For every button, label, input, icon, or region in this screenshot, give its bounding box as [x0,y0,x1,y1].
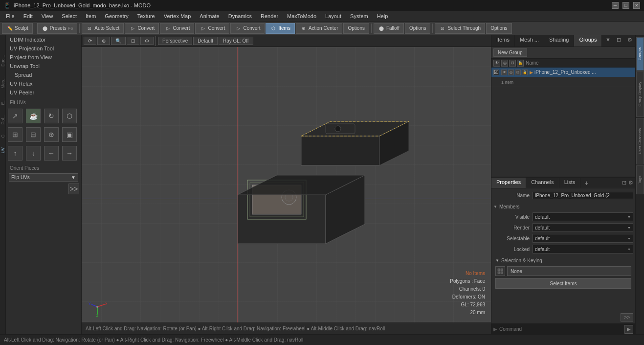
tab-lists[interactable]: Lists [559,178,581,188]
tool-btn-3[interactable]: ↻ [44,109,59,123]
close-button[interactable]: ✕ [633,2,640,9]
tags-side-tab[interactable]: Tags [636,165,644,194]
unwrap-tool[interactable]: Unwrap Tool [6,62,81,70]
project-from-view[interactable]: Project from View [6,53,81,62]
tool-btn-11[interactable]: ← [44,146,59,161]
render-mode-dropdown[interactable]: Default [193,37,218,45]
menu-animate[interactable]: Animate [196,12,223,20]
viewport-canvas[interactable]: No Items Polygons : Face Channels: 0 Def… [82,47,491,322]
lock-icon[interactable]: 🔒 [517,60,524,67]
tab-add[interactable]: + [580,178,592,188]
menu-system[interactable]: System [346,12,372,20]
vp-fit-btn[interactable]: ⊡ [127,37,139,45]
props-expand-button[interactable]: >> [621,313,633,322]
tool-btn-5[interactable]: ⊞ [8,127,22,142]
locked-dropdown[interactable]: default [533,245,633,253]
vp-pan-btn[interactable]: ⊕ [97,37,110,45]
convert4-button[interactable]: ▷ Convert [230,23,265,34]
render-icon[interactable]: ◎ [501,60,508,67]
item-lock-icon[interactable]: 🔒 [522,69,528,75]
ray-gl-btn[interactable]: Ray GL: Off [219,37,253,45]
options1-button[interactable]: Options [343,23,369,34]
presets-button[interactable]: ⬤ Presets F6 [37,23,77,34]
menu-select[interactable]: Select [58,12,81,20]
vp-zoom-btn[interactable]: 🔍 [111,37,126,45]
menu-texture[interactable]: Texture [133,12,159,20]
item-render-icon[interactable]: ◎ [508,69,514,75]
spread[interactable]: Spread [6,70,81,79]
tool-btn-4[interactable]: ⬡ [62,109,77,123]
tool-btn-12[interactable]: → [62,146,77,161]
select-items-button[interactable]: Select Items [495,278,631,289]
tool-btn-6[interactable]: ⊟ [26,127,41,142]
item-vis-icon[interactable]: 👁 [501,69,507,75]
tab-mesh[interactable]: Mesh ... [515,35,544,46]
tool-btn-10[interactable]: ↓ [26,146,41,161]
new-group-button[interactable]: New Group [493,48,527,57]
item-sel-icon[interactable]: ⊡ [515,69,521,75]
props-settings-icon[interactable]: ⚙ [628,180,633,186]
none-button[interactable]: None [507,266,631,276]
tab-properties[interactable]: Properties [491,178,526,188]
menu-maxtomodo[interactable]: MaxToModo [283,12,320,20]
convert2-button[interactable]: ▷ Convert [160,23,194,34]
tab-shading[interactable]: Shading [544,35,574,46]
falloff-button[interactable]: ⬤ Falloff [374,23,404,34]
user-channels-side-tab[interactable]: User Channels [636,118,644,164]
name-field[interactable]: iPhone_12_Pro_Unboxed_Gold (2 [533,192,633,199]
menu-geometry[interactable]: Geometry [101,12,132,20]
visible-dropdown[interactable]: default [533,212,633,221]
menu-item[interactable]: Item [82,12,100,20]
expand-button[interactable]: >> [68,184,79,194]
tab-more[interactable]: ▼ [602,35,614,46]
minimize-button[interactable]: ─ [612,2,619,9]
selectable-dropdown[interactable]: default [533,234,633,243]
select-through-button[interactable]: ⊡ Select Through [435,23,485,34]
menu-help[interactable]: Help [373,12,392,20]
options2-button[interactable]: Options [405,23,430,34]
sculpt-button[interactable]: ✏️ Sculpt [2,23,33,34]
members-section[interactable]: Members [493,202,633,211]
menu-dynamics[interactable]: Dynamics [224,12,256,20]
vp-rotate-btn[interactable]: ⟳ [84,37,96,45]
tab-items[interactable]: Items [491,35,515,46]
viewport[interactable]: ⟳ ⊕ 🔍 ⊡ ⚙ Perspective Default Ray GL: Of… [82,35,491,334]
groups-side-tab[interactable]: Groups [636,37,644,70]
tab-groups[interactable]: Groups [574,35,602,46]
panel-expand[interactable]: ⊡ [614,35,624,46]
udim-indicator[interactable]: UDIM Indicator [6,35,81,44]
sel-keying-header[interactable]: Selection & Keying [495,258,631,263]
action-center-button[interactable]: ⊕ Action Center [296,23,343,34]
tool-btn-7[interactable]: ⊕ [44,127,59,142]
menu-vertex-map[interactable]: Vertex Map [160,12,195,20]
command-go-button[interactable]: ▶ [624,325,633,334]
select-icon[interactable]: ⊡ [509,60,516,67]
uv-peeler[interactable]: UV Peeler [6,88,81,97]
menu-render[interactable]: Render [257,12,282,20]
render-dropdown[interactable]: default [533,223,633,232]
scene-item-iphone[interactable]: ☑ 👁 ◎ ⊡ 🔒 ▶ iPhone_12_Pro_Unboxed ... [491,68,635,77]
tool-btn-2[interactable]: ☕ [26,109,41,123]
menu-layout[interactable]: Layout [321,12,345,20]
tool-btn-8[interactable]: ▣ [62,127,77,142]
command-input[interactable] [499,326,624,332]
maximize-button[interactable]: □ [622,2,629,9]
convert3-button[interactable]: ▷ Convert [195,23,229,34]
menu-view[interactable]: View [38,12,57,20]
perspective-dropdown[interactable]: Perspective [158,37,192,45]
tab-channels[interactable]: Channels [526,178,559,188]
uv-projection-tool[interactable]: UV Projection Tool [6,44,81,53]
eye-icon[interactable]: 👁 [493,60,500,67]
group-display-side-tab[interactable]: Group Display [636,71,644,117]
tool-btn-9[interactable]: ↑ [8,146,22,161]
tool-btn-1[interactable]: ↗ [8,109,22,123]
auto-select-button[interactable]: ⊡ Auto Select [82,23,124,34]
options3-button[interactable]: Options [486,23,511,34]
props-expand-icon[interactable]: ⊡ [622,180,626,186]
vp-settings-btn[interactable]: ⚙ [140,37,154,45]
item-check-1[interactable]: ☑ [493,69,499,75]
convert1-button[interactable]: ▷ Convert [125,23,159,34]
menu-file[interactable]: File [2,12,19,20]
items-button[interactable]: ⬡ Items [266,23,294,34]
panel-settings[interactable]: ⚙ [624,35,635,46]
